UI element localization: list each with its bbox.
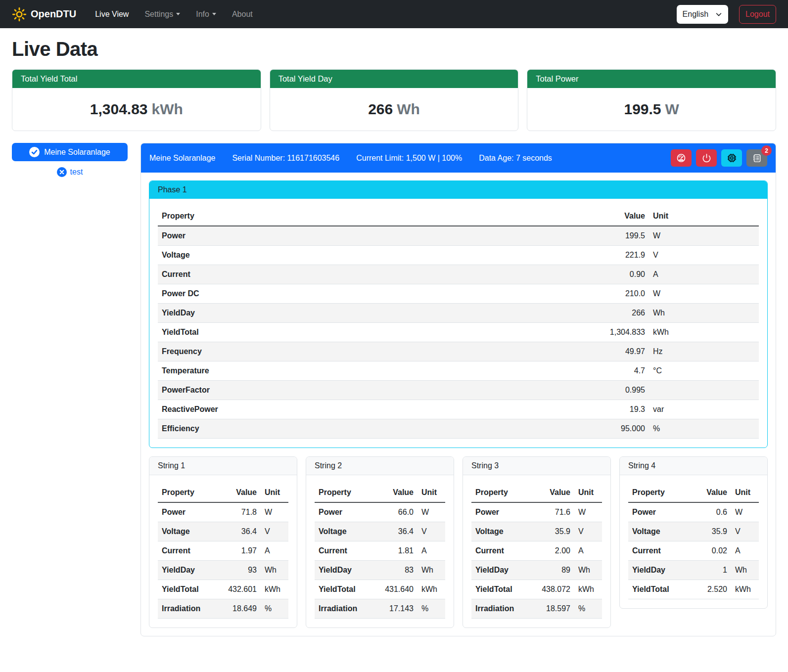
- nav-info[interactable]: Info: [190, 6, 222, 23]
- card-body: 1,304.83kWh: [12, 88, 261, 131]
- unit-cell: V: [731, 522, 759, 541]
- unit-cell: %: [261, 599, 288, 619]
- column-header-value: Value: [529, 483, 574, 502]
- table-row: Power71.8W: [158, 502, 288, 522]
- table-row: YieldTotal2.520kWh: [628, 580, 759, 599]
- property-cell: YieldDay: [158, 561, 215, 580]
- unit-cell: W: [417, 502, 445, 522]
- phase-1-card: Phase 1 Property Value Unit Power199.5WV…: [149, 180, 768, 448]
- value-cell: 93: [215, 561, 261, 580]
- unit-cell: Wh: [417, 561, 445, 580]
- value-cell: 36.4: [215, 522, 261, 541]
- property-cell: Voltage: [628, 522, 686, 541]
- value-cell: 83: [372, 561, 417, 580]
- unit-cell: Hz: [649, 342, 759, 361]
- property-cell: YieldTotal: [158, 323, 590, 342]
- string-4-table: Property Value Unit Power0.6WVoltage35.9…: [628, 483, 759, 599]
- value-cell: 199.5: [590, 226, 649, 246]
- value-cell: 0.995: [590, 381, 649, 400]
- value-cell: 1: [686, 561, 731, 580]
- logout-button[interactable]: Logout: [739, 5, 776, 24]
- value-cell: 431.640: [372, 580, 417, 599]
- value-cell: 221.9: [590, 246, 649, 265]
- table-row: Voltage35.9V: [471, 522, 602, 541]
- unit-cell: W: [261, 502, 288, 522]
- property-cell: YieldTotal: [315, 580, 372, 599]
- unit-cell: V: [649, 246, 759, 265]
- table-row: Power DC210.0W: [158, 284, 759, 304]
- table-row: Voltage35.9V: [628, 522, 759, 541]
- chevron-down-icon: [212, 13, 216, 15]
- value-cell: 18.597: [529, 599, 574, 619]
- total-power-card: Total Power 199.5W: [527, 69, 776, 131]
- total-power-unit: W: [665, 101, 679, 117]
- unit-cell: kWh: [731, 580, 759, 599]
- event-log-button[interactable]: 2: [746, 149, 767, 167]
- property-cell: Frequency: [158, 342, 590, 361]
- table-row: YieldDay266Wh: [158, 304, 759, 323]
- total-yield-day-unit: Wh: [397, 101, 420, 117]
- property-cell: Power: [158, 226, 590, 246]
- table-row: YieldTotal1,304.833kWh: [158, 323, 759, 342]
- unit-cell: [649, 381, 759, 400]
- property-cell: YieldDay: [315, 561, 372, 580]
- unit-cell: A: [261, 541, 288, 561]
- value-cell: 1.97: [215, 541, 261, 561]
- property-cell: YieldTotal: [628, 580, 686, 599]
- total-yield-day-value: 266: [368, 101, 393, 117]
- unit-cell: W: [649, 284, 759, 304]
- card-header: Total Yield Day: [270, 70, 518, 88]
- value-cell: 36.4: [372, 522, 417, 541]
- property-cell: Irradiation: [471, 599, 529, 619]
- property-cell: Temperature: [158, 361, 590, 381]
- string-1-header: String 1: [149, 457, 297, 475]
- power-button[interactable]: [696, 149, 717, 167]
- total-yield-total-card: Total Yield Total 1,304.83kWh: [12, 69, 261, 131]
- cpu-icon: [726, 152, 738, 164]
- property-cell: Voltage: [315, 522, 372, 541]
- limit-settings-button[interactable]: [671, 149, 692, 167]
- property-cell: Irradiation: [158, 599, 215, 619]
- device-info-button[interactable]: [721, 149, 742, 167]
- card-body: 266Wh: [270, 88, 518, 131]
- string-1-table: Property Value Unit Power71.8WVoltage36.…: [158, 483, 288, 619]
- table-header-row: Property Value Unit: [158, 483, 288, 502]
- string-2-body: Property Value Unit Power66.0WVoltage36.…: [306, 475, 454, 627]
- check-circle-icon: [29, 147, 40, 157]
- nav-about[interactable]: About: [226, 6, 259, 23]
- string-1-card: String 1 Property Value Unit: [149, 456, 297, 628]
- sidebar-item-meine-solaranlage[interactable]: Meine Solaranlage: [12, 143, 128, 161]
- property-cell: YieldDay: [628, 561, 686, 580]
- unit-cell: Wh: [261, 561, 288, 580]
- language-select[interactable]: English: [677, 5, 728, 24]
- value-cell: 0.6: [686, 502, 731, 522]
- table-row: Voltage221.9V: [158, 246, 759, 265]
- property-cell: Current: [471, 541, 529, 561]
- inverter-limit: Current Limit: 1,500 W | 100%: [356, 154, 462, 163]
- brand-label: OpenDTU: [31, 8, 76, 20]
- nav-live-view[interactable]: Live View: [89, 6, 135, 23]
- sidebar-item-test[interactable]: test: [12, 167, 128, 177]
- unit-cell: W: [649, 226, 759, 246]
- value-cell: 438.072: [529, 580, 574, 599]
- total-yield-total-value: 1,304.83: [90, 101, 148, 117]
- table-header-row: Property Value Unit: [315, 483, 445, 502]
- brand[interactable]: OpenDTU: [12, 7, 76, 22]
- value-cell: 49.97: [590, 342, 649, 361]
- column-header-property: Property: [628, 483, 686, 502]
- nav-settings[interactable]: Settings: [139, 6, 186, 23]
- nav-about-label: About: [232, 10, 253, 19]
- column-header-unit: Unit: [649, 207, 759, 226]
- property-cell: YieldDay: [158, 304, 590, 323]
- property-cell: Current: [158, 265, 590, 284]
- property-cell: Efficiency: [158, 419, 590, 439]
- string-3-card: String 3 Property Value Unit: [463, 456, 611, 628]
- total-yield-day-card: Total Yield Day 266Wh: [270, 69, 519, 131]
- value-cell: 4.7: [590, 361, 649, 381]
- string-1-body: Property Value Unit Power71.8WVoltage36.…: [149, 475, 297, 627]
- value-cell: 2.00: [529, 541, 574, 561]
- column-header-property: Property: [158, 483, 215, 502]
- property-cell: ReactivePower: [158, 400, 590, 419]
- table-row: Temperature4.7°C: [158, 361, 759, 381]
- inverter-data-age: Data Age: 7 seconds: [479, 154, 552, 163]
